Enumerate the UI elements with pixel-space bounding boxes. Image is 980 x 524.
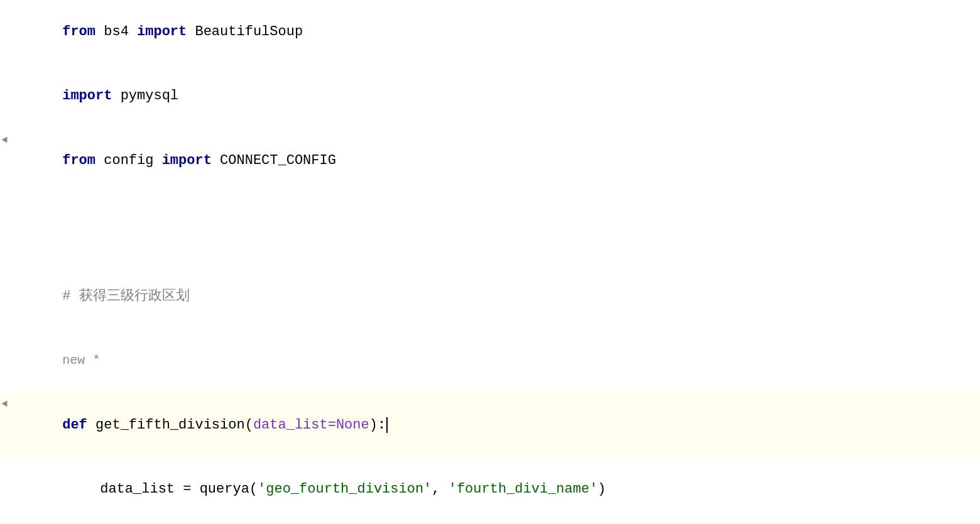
token: get_fifth_division( <box>87 417 253 433</box>
keyword-from: from <box>62 153 95 168</box>
comment-token: # 获得三级行政区划 <box>62 288 189 304</box>
code-line-1: from bs4 import BeautifulSoup <box>0 0 980 64</box>
code-line-5 <box>0 217 980 241</box>
keyword-import: import <box>162 153 212 168</box>
line-content-10[interactable]: data_list = querya('geo_fourth_division'… <box>9 457 980 521</box>
token: BeautifulSoup <box>187 24 303 40</box>
code-line-9: ◄ def get_fifth_division(data_list=None)… <box>0 393 980 457</box>
keyword-import: import <box>62 88 112 104</box>
token: ) <box>597 481 606 497</box>
keyword-def: def <box>62 417 87 433</box>
code-line-10: data_list = querya('geo_fourth_division'… <box>0 457 980 521</box>
string-token: 'fourth_divi_name' <box>449 481 598 497</box>
arrow-left-icon-2: ◄ <box>1 396 8 412</box>
token: data_list = querya( <box>100 481 258 497</box>
line-content-8[interactable]: new * <box>9 329 980 393</box>
token: bs4 <box>95 24 137 40</box>
param-token: data_list=None <box>253 417 369 433</box>
code-line-11: r_list = [] <box>0 521 980 524</box>
code-editor[interactable]: from bs4 import BeautifulSoup import pym… <box>0 0 980 524</box>
new-label: new * <box>62 353 100 368</box>
line-content-6 <box>9 241 980 262</box>
gutter-3: ◄ <box>0 133 9 148</box>
arrow-left-icon: ◄ <box>1 133 8 148</box>
line-content-2[interactable]: import pymysql <box>9 64 980 128</box>
line-content-1[interactable]: from bs4 import BeautifulSoup <box>9 0 980 64</box>
code-line-8: new * <box>0 329 980 393</box>
token: , <box>432 481 448 497</box>
string-token: 'geo_fourth_division' <box>258 481 432 497</box>
code-line-2: import pymysql <box>0 64 980 128</box>
token: CONNECT_CONFIG <box>212 153 336 168</box>
code-line-7: # 获得三级行政区划 <box>0 265 980 329</box>
code-line-6 <box>0 241 980 265</box>
code-line-3: ◄ from config import CONNECT_CONFIG <box>0 129 980 193</box>
gutter-9: ◄ <box>0 396 9 412</box>
token: pymysql <box>112 88 178 104</box>
code-line-4 <box>0 193 980 217</box>
line-content-7[interactable]: # 获得三级行政区划 <box>9 265 980 329</box>
line-content-11[interactable]: r_list = [] <box>9 521 980 524</box>
line-content-9[interactable]: def get_fifth_division(data_list=None): <box>9 393 980 457</box>
token: ): <box>369 417 386 433</box>
line-content-5 <box>9 217 980 238</box>
keyword-import: import <box>137 24 187 40</box>
token: config <box>95 153 162 168</box>
text-cursor <box>386 417 388 432</box>
line-content-4 <box>9 193 980 214</box>
keyword-from: from <box>62 24 95 40</box>
line-content-3[interactable]: from config import CONNECT_CONFIG <box>9 129 980 193</box>
